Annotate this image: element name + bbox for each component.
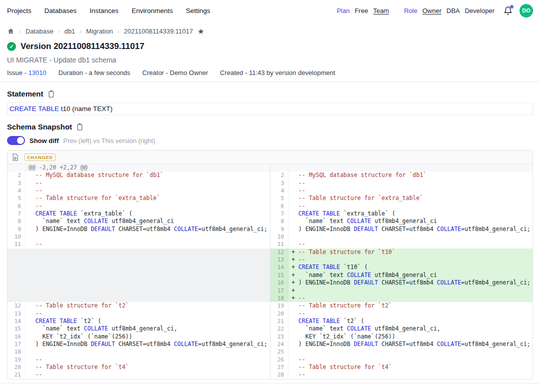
code-line: -- <box>26 180 270 187</box>
diff-row: 12+ -- Table structure for `t10` <box>8 248 532 256</box>
line-number: 6 <box>270 202 288 210</box>
diff-filler <box>8 248 270 256</box>
line-number: 3 <box>270 180 288 187</box>
diff-row: 4 --4 -- <box>8 187 532 194</box>
diff-row: 3 --3 -- <box>8 180 532 187</box>
issue-label: Issue - <box>7 69 26 76</box>
line-number: 9 <box>270 226 288 233</box>
line-number: 5 <box>8 194 26 202</box>
breadcrumb-migration[interactable]: Migration <box>86 28 112 35</box>
line-number: 11 <box>8 240 26 248</box>
diff-row: 5 -- Table structure for `extra_table`5 … <box>8 194 532 202</box>
nav-right: Plan Free Team Role Owner DBA Developer … <box>336 4 533 18</box>
breadcrumb-database[interactable]: Database <box>26 28 54 35</box>
page-title: Version 20211008114339.11017 <box>20 42 144 52</box>
code-line: `name` text COLLATE utf8mb4_general_ci, <box>288 325 532 332</box>
diff-toggle-row: Show diff Prev (left) vs This version (r… <box>0 131 540 145</box>
nav-item-environments[interactable]: Environments <box>132 7 173 14</box>
home-icon[interactable] <box>7 28 14 35</box>
version-meta: Issue - 13010 Duration - a few seconds C… <box>0 64 540 76</box>
copy-snapshot-icon[interactable] <box>76 123 84 131</box>
line-number: 19 <box>270 302 288 310</box>
nav-item-instances[interactable]: Instances <box>90 7 118 14</box>
version-header: ✓ Version 20211008114339.11017 <box>0 35 540 52</box>
line-number: 3 <box>8 180 26 187</box>
line-number: 18 <box>8 348 26 356</box>
line-number: 12 <box>8 302 26 310</box>
issue-link[interactable]: 13010 <box>28 69 46 76</box>
plan-team-link[interactable]: Team <box>373 7 389 14</box>
diff-row: 18+ -- <box>8 294 532 302</box>
code-line: + -- <box>288 256 532 264</box>
diff-row: 19 --26 -- <box>8 356 532 364</box>
diff-row: 16 KEY `t2_idx` (`name`(256))23 KEY `t2_… <box>8 333 532 340</box>
nav-item-databases[interactable]: Databases <box>44 7 77 14</box>
breadcrumb-version[interactable]: 20211008114339.11017 <box>124 28 193 35</box>
code-line <box>288 233 532 240</box>
plan-value: Free <box>354 7 368 14</box>
diff-row: 20 -- Table structure for `t4`27 -- Tabl… <box>8 364 532 371</box>
code-line: CREATE TABLE `extra_table` ( <box>26 210 270 218</box>
breadcrumb-separator: › <box>58 28 60 35</box>
line-number: 22 <box>270 325 288 332</box>
breadcrumb-db1[interactable]: db1 <box>64 28 76 35</box>
diff-header: CHANGED <box>8 150 532 164</box>
line-number: 25 <box>270 348 288 356</box>
code-line <box>26 233 270 240</box>
code-line: ) ENGINE=InnoDB DEFAULT CHARSET=utf8mb4 … <box>26 226 270 233</box>
line-number: 17 <box>270 287 288 294</box>
issue-meta: Issue - 13010 <box>7 69 46 76</box>
code-line: -- Table structure for `t4` <box>288 364 532 371</box>
line-number: 8 <box>270 218 288 225</box>
file-icon <box>12 154 18 161</box>
avatar[interactable]: DO <box>520 4 533 18</box>
line-number: 16 <box>8 333 26 340</box>
diff-row: 15 `name` text COLLATE utf8mb4_general_c… <box>8 325 532 332</box>
copy-statement-icon[interactable] <box>48 90 55 98</box>
line-number: 27 <box>270 364 288 371</box>
line-number: 11 <box>270 240 288 248</box>
breadcrumb-separator: › <box>80 28 82 35</box>
diff-row: 2 -- MySQL database structure for `db1`2… <box>8 172 532 179</box>
role-owner-link[interactable]: Owner <box>422 7 442 14</box>
breadcrumb: › Database › db1 › Migration › 202110081… <box>0 21 540 35</box>
diff-row: 8 `name` text COLLATE utf8mb4_general_ci… <box>8 218 532 225</box>
diff-filler <box>8 256 270 264</box>
code-line: + ) ENGINE=InnoDB DEFAULT CHARSET=utf8mb… <box>288 279 532 286</box>
line-number: 16 <box>270 279 288 286</box>
role-dba: DBA <box>446 7 460 14</box>
diff-row: 10 10 <box>8 233 532 240</box>
code-line: -- Table structure for `t2` <box>26 302 270 310</box>
code-line: -- Table structure for `t2` <box>288 302 532 310</box>
notification-bell-icon[interactable] <box>504 6 512 16</box>
line-number: 18 <box>270 294 288 302</box>
line-number: 7 <box>270 210 288 218</box>
line-number: 19 <box>8 356 26 364</box>
code-line: -- <box>26 240 270 248</box>
duration-meta: Duration - a few seconds <box>58 69 130 76</box>
code-line: -- <box>26 187 270 194</box>
diff-row: 18 25 <box>8 348 532 356</box>
line-number: 20 <box>270 310 288 318</box>
line-number: 15 <box>8 325 26 332</box>
code-line <box>288 164 532 172</box>
line-number <box>8 164 26 172</box>
nav-item-settings[interactable]: Settings <box>186 7 210 14</box>
nav-links: Projects Databases Instances Environment… <box>7 7 210 14</box>
diff-filler <box>8 279 270 286</box>
code-line: KEY `t2_idx` (`name`(256)) <box>288 333 532 340</box>
line-number: 2 <box>8 172 26 179</box>
diff-row: 15+ `name` text COLLATE utf8mb4_general_… <box>8 272 532 279</box>
code-line: -- MySQL database structure for `db1` <box>288 172 532 179</box>
breadcrumb-separator: › <box>19 28 21 35</box>
favorite-star-icon[interactable]: ★ <box>198 28 204 35</box>
code-line: -- <box>288 356 532 364</box>
line-number: 4 <box>8 187 26 194</box>
code-line: CREATE TABLE `t2` ( <box>288 318 532 325</box>
code-line: -- <box>288 240 532 248</box>
schema-diff-card: CHANGED @@ -2,20 +2,27 @@2 -- MySQL data… <box>7 150 533 380</box>
nav-item-projects[interactable]: Projects <box>7 7 32 14</box>
show-diff-toggle[interactable] <box>7 136 25 145</box>
code-line: -- <box>26 371 270 378</box>
code-line: -- <box>288 371 532 378</box>
